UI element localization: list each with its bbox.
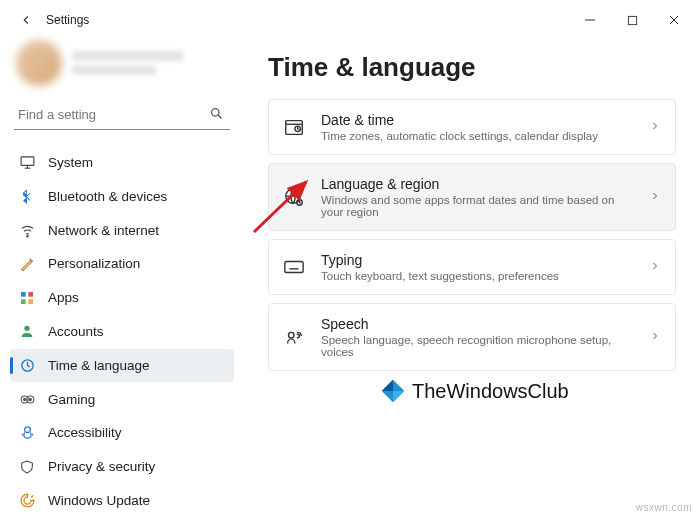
svg-rect-10 xyxy=(21,292,26,297)
nav-icon xyxy=(18,458,36,476)
sidebar-item-apps[interactable]: Apps xyxy=(10,281,234,314)
nav-icon xyxy=(18,390,36,408)
sidebar-item-privacy-security[interactable]: Privacy & security xyxy=(10,450,234,483)
nav-icon xyxy=(18,424,36,442)
chevron-right-icon xyxy=(649,120,661,135)
nav-label: Bluetooth & devices xyxy=(48,189,167,204)
back-button[interactable] xyxy=(12,6,40,34)
nav-label: Apps xyxy=(48,290,79,305)
card-text: Date & timeTime zones, automatic clock s… xyxy=(321,112,633,142)
minimize-button[interactable] xyxy=(570,6,610,34)
card-text: SpeechSpeech language, speech recognitio… xyxy=(321,316,633,358)
card-typing[interactable]: TypingTouch keyboard, text suggestions, … xyxy=(268,239,676,295)
watermark: TheWindowsClub xyxy=(378,376,569,406)
nav-label: Gaming xyxy=(48,392,95,407)
nav-icon xyxy=(18,221,36,239)
svg-line-5 xyxy=(218,115,221,118)
card-title: Language & region xyxy=(321,176,633,192)
card-icon xyxy=(283,116,305,138)
nav-list: SystemBluetooth & devicesNetwork & inter… xyxy=(10,146,234,517)
nav-icon xyxy=(18,356,36,374)
cards-list: Date & timeTime zones, automatic clock s… xyxy=(268,99,676,371)
nav-icon xyxy=(18,153,36,171)
sidebar-item-gaming[interactable]: Gaming xyxy=(10,383,234,416)
svg-rect-11 xyxy=(28,292,33,297)
card-date-time[interactable]: Date & timeTime zones, automatic clock s… xyxy=(268,99,676,155)
card-text: TypingTouch keyboard, text suggestions, … xyxy=(321,252,633,282)
page-title: Time & language xyxy=(268,52,676,83)
chevron-right-icon xyxy=(649,260,661,275)
nav-icon xyxy=(18,187,36,205)
svg-rect-6 xyxy=(21,157,34,166)
card-title: Typing xyxy=(321,252,633,268)
nav-label: Privacy & security xyxy=(48,459,155,474)
nav-icon xyxy=(18,492,36,510)
svg-point-19 xyxy=(29,398,31,400)
card-title: Date & time xyxy=(321,112,633,128)
nav-label: Time & language xyxy=(48,358,150,373)
card-text: Language & regionWindows and some apps f… xyxy=(321,176,633,218)
card-icon xyxy=(283,326,305,348)
card-speech[interactable]: SpeechSpeech language, speech recognitio… xyxy=(268,303,676,371)
nav-label: Personalization xyxy=(48,256,140,271)
sidebar-item-windows-update[interactable]: Windows Update xyxy=(10,484,234,517)
nav-label: Windows Update xyxy=(48,493,150,508)
nav-label: System xyxy=(48,155,93,170)
sidebar-item-personalization[interactable]: Personalization xyxy=(10,247,234,280)
nav-label: Accounts xyxy=(48,324,104,339)
svg-point-14 xyxy=(24,326,29,331)
avatar xyxy=(16,40,62,86)
profile-text xyxy=(72,47,212,79)
card-desc: Touch keyboard, text suggestions, prefer… xyxy=(321,270,633,282)
sidebar-item-accounts[interactable]: Accounts xyxy=(10,315,234,348)
profile-area[interactable] xyxy=(10,40,234,86)
sidebar-item-time-language[interactable]: Time & language xyxy=(10,349,234,382)
card-icon xyxy=(283,186,305,208)
sidebar-item-network-internet[interactable]: Network & internet xyxy=(10,214,234,247)
titlebar: Settings xyxy=(0,0,700,40)
sidebar-item-accessibility[interactable]: Accessibility xyxy=(10,417,234,450)
maximize-button[interactable] xyxy=(612,6,652,34)
svg-rect-1 xyxy=(628,16,636,24)
card-desc: Speech language, speech recognition micr… xyxy=(321,334,633,358)
svg-point-32 xyxy=(289,332,295,338)
nav-icon xyxy=(18,289,36,307)
nav-icon xyxy=(18,255,36,273)
nav-icon xyxy=(18,322,36,340)
svg-point-9 xyxy=(26,235,27,236)
sidebar-item-system[interactable]: System xyxy=(10,146,234,179)
svg-point-18 xyxy=(23,398,25,400)
card-title: Speech xyxy=(321,316,633,332)
svg-point-4 xyxy=(212,109,220,117)
svg-rect-26 xyxy=(285,262,303,273)
svg-rect-12 xyxy=(21,299,26,304)
nav-label: Accessibility xyxy=(48,425,122,440)
watermark-text: TheWindowsClub xyxy=(412,380,569,403)
search-input[interactable] xyxy=(14,100,230,130)
svg-rect-13 xyxy=(28,299,33,304)
svg-point-20 xyxy=(24,427,30,433)
chevron-right-icon xyxy=(649,330,661,345)
window-title: Settings xyxy=(46,13,570,27)
close-button[interactable] xyxy=(654,6,694,34)
card-desc: Time zones, automatic clock settings, ca… xyxy=(321,130,633,142)
sidebar-item-bluetooth-devices[interactable]: Bluetooth & devices xyxy=(10,180,234,213)
card-icon xyxy=(283,256,305,278)
main-panel: Time & language Date & timeTime zones, a… xyxy=(240,40,700,517)
card-language-region[interactable]: Language & regionWindows and some apps f… xyxy=(268,163,676,231)
sidebar: SystemBluetooth & devicesNetwork & inter… xyxy=(0,40,240,517)
footer-domain: wsxwn.com xyxy=(636,502,692,513)
search-wrap xyxy=(14,100,230,130)
nav-label: Network & internet xyxy=(48,223,159,238)
window-controls xyxy=(570,6,694,34)
card-desc: Windows and some apps format dates and t… xyxy=(321,194,633,218)
search-icon xyxy=(209,106,224,124)
chevron-right-icon xyxy=(649,190,661,205)
